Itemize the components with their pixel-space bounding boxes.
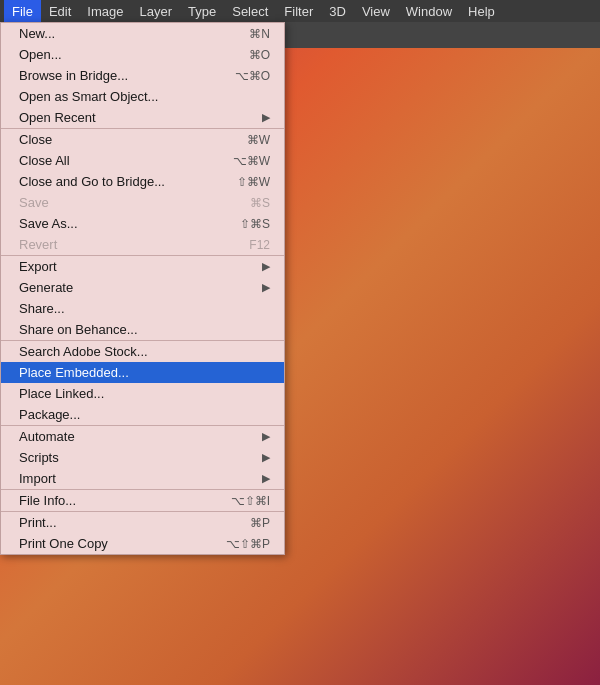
- menu-automate[interactable]: Automate ▶: [1, 426, 284, 447]
- menu-new[interactable]: New... ⌘N: [1, 23, 284, 44]
- menu-close[interactable]: Close ⌘W: [1, 129, 284, 150]
- menu-close-bridge[interactable]: Close and Go to Bridge... ⇧⌘W: [1, 171, 284, 192]
- menu-scripts[interactable]: Scripts ▶: [1, 447, 284, 468]
- menu-export[interactable]: Export ▶: [1, 256, 284, 277]
- menu-browse-bridge[interactable]: Browse in Bridge... ⌥⌘O: [1, 65, 284, 86]
- menu-open-recent[interactable]: Open Recent ▶: [1, 107, 284, 128]
- menu-section-2: Close ⌘W Close All ⌥⌘W Close and Go to B…: [1, 129, 284, 256]
- menu-place-linked[interactable]: Place Linked...: [1, 383, 284, 404]
- menu-section-6: File Info... ⌥⇧⌘I: [1, 490, 284, 512]
- menu-section-1: New... ⌘N Open... ⌘O Browse in Bridge...…: [1, 23, 284, 129]
- menu-revert[interactable]: Revert F12: [1, 234, 284, 255]
- menu-section-4: Search Adobe Stock... Place Embedded... …: [1, 341, 284, 426]
- menu-section-5: Automate ▶ Scripts ▶ Import ▶: [1, 426, 284, 490]
- menu-filter[interactable]: Filter: [276, 0, 321, 22]
- menu-section-3: Export ▶ Generate ▶ Share... Share on Be…: [1, 256, 284, 341]
- menu-save-as[interactable]: Save As... ⇧⌘S: [1, 213, 284, 234]
- menu-help[interactable]: Help: [460, 0, 503, 22]
- file-dropdown-menu: New... ⌘N Open... ⌘O Browse in Bridge...…: [0, 22, 285, 555]
- menu-open[interactable]: Open... ⌘O: [1, 44, 284, 65]
- menu-search-stock[interactable]: Search Adobe Stock...: [1, 341, 284, 362]
- menu-close-all[interactable]: Close All ⌥⌘W: [1, 150, 284, 171]
- menu-open-smart[interactable]: Open as Smart Object...: [1, 86, 284, 107]
- menu-edit[interactable]: Edit: [41, 0, 79, 22]
- menu-generate[interactable]: Generate ▶: [1, 277, 284, 298]
- menu-3d[interactable]: 3D: [321, 0, 354, 22]
- menu-type[interactable]: Type: [180, 0, 224, 22]
- menu-save[interactable]: Save ⌘S: [1, 192, 284, 213]
- menu-file[interactable]: File: [4, 0, 41, 22]
- menu-package[interactable]: Package...: [1, 404, 284, 425]
- menu-window[interactable]: Window: [398, 0, 460, 22]
- menu-select[interactable]: Select: [224, 0, 276, 22]
- menu-import[interactable]: Import ▶: [1, 468, 284, 489]
- menu-share-behance[interactable]: Share on Behance...: [1, 319, 284, 340]
- menu-image[interactable]: Image: [79, 0, 131, 22]
- menu-file-info[interactable]: File Info... ⌥⇧⌘I: [1, 490, 284, 511]
- menu-share[interactable]: Share...: [1, 298, 284, 319]
- menu-print-one-copy[interactable]: Print One Copy ⌥⇧⌘P: [1, 533, 284, 554]
- menu-bar: File Edit Image Layer Type Select Filter…: [0, 0, 600, 22]
- menu-print[interactable]: Print... ⌘P: [1, 512, 284, 533]
- menu-view[interactable]: View: [354, 0, 398, 22]
- menu-layer[interactable]: Layer: [132, 0, 181, 22]
- menu-place-embedded[interactable]: Place Embedded...: [1, 362, 284, 383]
- menu-section-7: Print... ⌘P Print One Copy ⌥⇧⌘P: [1, 512, 284, 554]
